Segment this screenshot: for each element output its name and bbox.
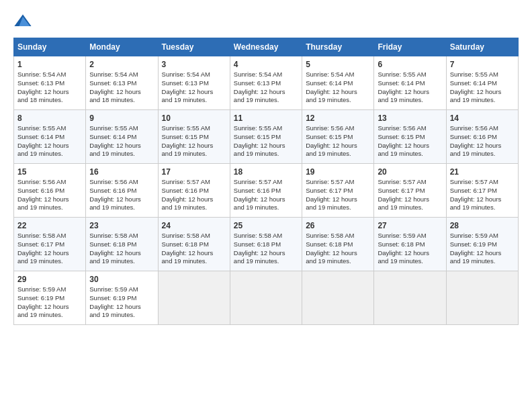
day-number: 22 [17,221,82,230]
calendar-col-header: Friday [374,38,446,56]
day-number: 4 [234,60,298,69]
day-info: Sunrise: 5:56 AMSunset: 6:16 PMDaylight:… [450,124,515,158]
day-number: 15 [17,167,82,177]
day-info: Sunrise: 5:59 AMSunset: 6:19 PMDaylight:… [450,232,515,266]
calendar-col-header: Monday [86,38,158,56]
calendar-day-cell: 25 Sunrise: 5:58 AMSunset: 6:18 PMDaylig… [230,218,302,271]
calendar-day-cell: 24 Sunrise: 5:58 AMSunset: 6:18 PMDaylig… [158,218,230,271]
day-number: 12 [306,113,370,123]
day-info: Sunrise: 5:57 AMSunset: 6:17 PMDaylight:… [378,178,442,212]
calendar-day-cell [158,271,230,325]
day-number: 10 [162,113,226,123]
day-number: 17 [162,167,226,177]
day-info: Sunrise: 5:56 AMSunset: 6:16 PMDaylight:… [89,178,154,212]
calendar-day-cell: 7 Sunrise: 5:55 AMSunset: 6:14 PMDayligh… [446,56,518,110]
calendar-day-cell: 30 Sunrise: 5:59 AMSunset: 6:19 PMDaylig… [86,271,158,325]
logo-icon [13,12,32,31]
day-info: Sunrise: 5:56 AMSunset: 6:15 PMDaylight:… [306,124,370,158]
day-info: Sunrise: 5:55 AMSunset: 6:15 PMDaylight:… [162,124,226,158]
calendar-col-header: Wednesday [230,38,302,56]
calendar-day-cell: 8 Sunrise: 5:55 AMSunset: 6:14 PMDayligh… [14,110,86,164]
day-info: Sunrise: 5:56 AMSunset: 6:15 PMDaylight:… [378,124,442,158]
calendar-day-cell: 22 Sunrise: 5:58 AMSunset: 6:17 PMDaylig… [14,218,86,271]
day-info: Sunrise: 5:55 AMSunset: 6:14 PMDaylight:… [378,71,442,105]
calendar-day-cell: 1 Sunrise: 5:54 AMSunset: 6:13 PMDayligh… [14,56,86,110]
calendar-day-cell: 29 Sunrise: 5:59 AMSunset: 6:19 PMDaylig… [14,271,86,325]
calendar-day-cell: 21 Sunrise: 5:57 AMSunset: 6:17 PMDaylig… [446,164,518,218]
calendar-day-cell: 11 Sunrise: 5:55 AMSunset: 6:15 PMDaylig… [230,110,302,164]
calendar-week-row: 8 Sunrise: 5:55 AMSunset: 6:14 PMDayligh… [14,110,519,164]
calendar-day-cell: 27 Sunrise: 5:59 AMSunset: 6:18 PMDaylig… [374,218,446,271]
day-number: 3 [162,60,226,69]
calendar-day-cell [374,271,446,325]
calendar-day-cell [230,271,302,325]
day-number: 29 [17,275,82,284]
day-info: Sunrise: 5:54 AMSunset: 6:13 PMDaylight:… [17,71,82,105]
day-info: Sunrise: 5:55 AMSunset: 6:14 PMDaylight:… [89,124,154,158]
calendar-day-cell: 26 Sunrise: 5:58 AMSunset: 6:18 PMDaylig… [302,218,374,271]
day-info: Sunrise: 5:58 AMSunset: 6:18 PMDaylight:… [89,232,154,266]
day-info: Sunrise: 5:55 AMSunset: 6:15 PMDaylight:… [234,124,298,158]
logo [13,12,35,31]
day-info: Sunrise: 5:57 AMSunset: 6:17 PMDaylight:… [450,178,515,212]
day-number: 16 [89,167,154,177]
day-info: Sunrise: 5:57 AMSunset: 6:16 PMDaylight:… [162,178,226,212]
calendar-day-cell: 10 Sunrise: 5:55 AMSunset: 6:15 PMDaylig… [158,110,230,164]
calendar-day-cell: 23 Sunrise: 5:58 AMSunset: 6:18 PMDaylig… [86,218,158,271]
calendar-day-cell: 6 Sunrise: 5:55 AMSunset: 6:14 PMDayligh… [374,56,446,110]
day-number: 28 [450,221,515,230]
day-number: 24 [162,221,226,230]
day-number: 26 [306,221,370,230]
day-info: Sunrise: 5:59 AMSunset: 6:18 PMDaylight:… [378,232,442,266]
calendar-day-cell: 28 Sunrise: 5:59 AMSunset: 6:19 PMDaylig… [446,218,518,271]
day-info: Sunrise: 5:57 AMSunset: 6:17 PMDaylight:… [306,178,370,212]
day-info: Sunrise: 5:58 AMSunset: 6:17 PMDaylight:… [17,232,82,266]
calendar-day-cell: 13 Sunrise: 5:56 AMSunset: 6:15 PMDaylig… [374,110,446,164]
calendar-col-header: Sunday [14,38,86,56]
day-number: 21 [450,167,515,177]
day-number: 11 [234,113,298,123]
page: SundayMondayTuesdayWednesdayThursdayFrid… [0,0,532,411]
day-number: 14 [450,113,515,123]
day-info: Sunrise: 5:54 AMSunset: 6:13 PMDaylight:… [234,71,298,105]
day-info: Sunrise: 5:54 AMSunset: 6:13 PMDaylight:… [89,71,154,105]
calendar-day-cell: 17 Sunrise: 5:57 AMSunset: 6:16 PMDaylig… [158,164,230,218]
calendar-day-cell [302,271,374,325]
day-number: 25 [234,221,298,230]
day-number: 5 [306,60,370,69]
day-number: 27 [378,221,442,230]
day-number: 20 [378,167,442,177]
calendar-day-cell: 4 Sunrise: 5:54 AMSunset: 6:13 PMDayligh… [230,56,302,110]
day-number: 18 [234,167,298,177]
day-number: 23 [89,221,154,230]
calendar-day-cell: 3 Sunrise: 5:54 AMSunset: 6:13 PMDayligh… [158,56,230,110]
calendar-col-header: Saturday [446,38,518,56]
calendar-day-cell: 12 Sunrise: 5:56 AMSunset: 6:15 PMDaylig… [302,110,374,164]
calendar-week-row: 22 Sunrise: 5:58 AMSunset: 6:17 PMDaylig… [14,218,519,271]
day-number: 6 [378,60,442,69]
calendar-day-cell: 18 Sunrise: 5:57 AMSunset: 6:16 PMDaylig… [230,164,302,218]
calendar-day-cell: 2 Sunrise: 5:54 AMSunset: 6:13 PMDayligh… [86,56,158,110]
day-info: Sunrise: 5:58 AMSunset: 6:18 PMDaylight:… [162,232,226,266]
day-info: Sunrise: 5:55 AMSunset: 6:14 PMDaylight:… [17,124,82,158]
calendar-week-row: 1 Sunrise: 5:54 AMSunset: 6:13 PMDayligh… [14,56,519,110]
header [13,12,519,31]
calendar-col-header: Thursday [302,38,374,56]
calendar-table: SundayMondayTuesdayWednesdayThursdayFrid… [13,38,519,325]
calendar-day-cell: 15 Sunrise: 5:56 AMSunset: 6:16 PMDaylig… [14,164,86,218]
calendar-day-cell: 14 Sunrise: 5:56 AMSunset: 6:16 PMDaylig… [446,110,518,164]
day-number: 30 [89,275,154,284]
day-number: 19 [306,167,370,177]
day-number: 9 [89,113,154,123]
day-number: 13 [378,113,442,123]
calendar-week-row: 15 Sunrise: 5:56 AMSunset: 6:16 PMDaylig… [14,164,519,218]
calendar-col-header: Tuesday [158,38,230,56]
day-info: Sunrise: 5:56 AMSunset: 6:16 PMDaylight:… [17,178,82,212]
calendar-day-cell: 19 Sunrise: 5:57 AMSunset: 6:17 PMDaylig… [302,164,374,218]
calendar-day-cell [446,271,518,325]
day-info: Sunrise: 5:54 AMSunset: 6:14 PMDaylight:… [306,71,370,105]
day-info: Sunrise: 5:59 AMSunset: 6:19 PMDaylight:… [89,285,154,320]
day-info: Sunrise: 5:58 AMSunset: 6:18 PMDaylight:… [234,232,298,266]
day-info: Sunrise: 5:54 AMSunset: 6:13 PMDaylight:… [162,71,226,105]
day-number: 2 [89,60,154,69]
